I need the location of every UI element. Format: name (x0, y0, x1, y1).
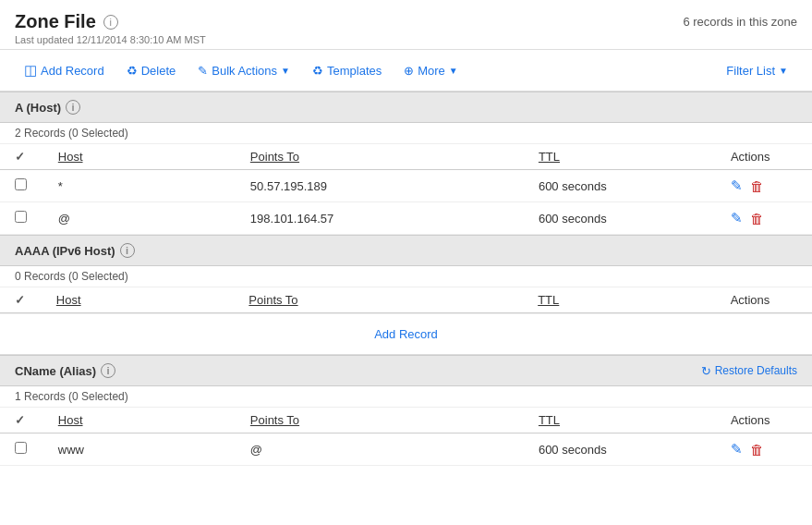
a-host-info-icon[interactable]: i (66, 100, 80, 115)
cname-row1-checkbox[interactable] (15, 442, 27, 454)
a-host-actions-header: Actions (716, 144, 812, 170)
table-row: www @ 600 seconds ✎ 🗑 (0, 433, 812, 466)
a-host-ttl-header[interactable]: TTL (524, 144, 716, 170)
cname-row1-checkbox-cell (0, 433, 43, 466)
a-host-row1-checkbox[interactable] (15, 178, 27, 190)
toolbar-left: ◫ Add Record ♻ Delete ✎ Bulk Actions ▼ ♻… (15, 57, 467, 83)
aaaa-record-count: 0 Records (0 Selected) (0, 266, 812, 287)
cname-host-header[interactable]: Host (43, 408, 236, 433)
a-host-section-header: A (Host) i (0, 92, 812, 123)
bulk-actions-button[interactable]: ✎ Bulk Actions ▼ (188, 59, 299, 82)
a-host-row2-edit-icon[interactable]: ✎ (731, 210, 743, 226)
a-host-title: A (Host) i (15, 100, 80, 115)
cname-row1-host: www (43, 433, 236, 466)
zone-file-info-icon[interactable]: i (103, 15, 118, 30)
cname-row1-actions: ✎ 🗑 (716, 433, 812, 466)
a-host-row2-points-to: 198.101.164.57 (236, 202, 524, 235)
more-icon: ⊕ (404, 64, 414, 78)
a-host-row2-delete-icon[interactable]: 🗑 (750, 211, 764, 226)
a-host-row1-points-to: 50.57.195.189 (236, 170, 524, 202)
aaaa-table-header: ✓ Host Points To TTL Actions (0, 287, 812, 313)
cname-actions-header: Actions (716, 408, 812, 433)
add-record-button[interactable]: ◫ Add Record (15, 57, 114, 83)
cname-section-header: CName (Alias) i ↻ Restore Defaults (0, 355, 812, 386)
more-chevron-icon: ▼ (449, 66, 458, 76)
a-host-row1-checkbox-cell (0, 170, 43, 202)
aaaa-section: AAAA (IPv6 Host) i 0 Records (0 Selected… (0, 235, 812, 355)
a-host-host-header[interactable]: Host (43, 144, 236, 170)
cname-row1-points-to: @ (236, 433, 524, 466)
aaaa-points-header[interactable]: Points To (234, 287, 523, 313)
a-host-table-header: ✓ Host Points To TTL Actions (0, 144, 812, 170)
cname-check-header: ✓ (0, 408, 43, 433)
cname-table: ✓ Host Points To TTL Actions www @ 600 s… (0, 408, 812, 466)
cname-info-icon[interactable]: i (101, 363, 115, 378)
aaaa-add-record-link[interactable]: Add Record (374, 327, 438, 341)
cname-title: CName (Alias) i (15, 363, 115, 378)
cname-ttl-header[interactable]: TTL (524, 408, 716, 433)
a-host-check-header: ✓ (0, 144, 43, 170)
aaaa-ttl-header[interactable]: TTL (523, 287, 716, 313)
a-host-row1-edit-icon[interactable]: ✎ (731, 177, 743, 194)
restore-icon: ↻ (701, 364, 711, 378)
a-host-row2-checkbox[interactable] (15, 211, 27, 223)
filter-chevron-icon: ▼ (779, 66, 788, 76)
a-host-row2-checkbox-cell (0, 202, 43, 235)
toolbar: ◫ Add Record ♻ Delete ✎ Bulk Actions ▼ ♻… (0, 50, 812, 92)
more-button[interactable]: ⊕ More ▼ (394, 59, 467, 82)
table-row: * 50.57.195.189 600 seconds ✎ 🗑 (0, 170, 812, 202)
page-title: Zone File (15, 11, 96, 32)
a-host-table: ✓ Host Points To TTL Actions * 50.57.195… (0, 144, 812, 235)
a-host-row2-ttl: 600 seconds (524, 202, 716, 235)
aaaa-table: ✓ Host Points To TTL Actions (0, 287, 812, 314)
bulk-actions-chevron-icon: ▼ (281, 66, 290, 76)
bulk-actions-icon: ✎ (198, 64, 208, 78)
templates-button[interactable]: ♻ Templates (303, 59, 391, 82)
aaaa-section-header: AAAA (IPv6 Host) i (0, 235, 812, 266)
a-host-row2-host: @ (43, 202, 236, 235)
add-record-icon: ◫ (24, 62, 37, 79)
a-host-record-count: 2 Records (0 Selected) (0, 123, 812, 144)
a-host-row1-host: * (43, 170, 236, 202)
cname-row1-edit-icon[interactable]: ✎ (731, 441, 743, 458)
templates-icon: ♻ (312, 64, 323, 78)
cname-row1-ttl: 600 seconds (524, 433, 716, 466)
cname-row1-delete-icon[interactable]: 🗑 (750, 442, 764, 458)
page-header: Zone File i 6 records in this zone Last … (0, 0, 812, 50)
a-host-points-header[interactable]: Points To (236, 144, 524, 170)
cname-section: CName (Alias) i ↻ Restore Defaults 1 Rec… (0, 355, 812, 466)
aaaa-add-record-row: Add Record (0, 314, 812, 355)
delete-icon: ♻ (127, 64, 138, 78)
cname-record-count: 1 Records (0 Selected) (0, 386, 812, 408)
delete-button[interactable]: ♻ Delete (117, 59, 186, 82)
cname-table-header: ✓ Host Points To TTL Actions (0, 408, 812, 433)
records-count: 6 records in this zone (683, 15, 797, 29)
aaaa-title: AAAA (IPv6 Host) i (15, 243, 135, 258)
aaaa-host-header[interactable]: Host (42, 287, 235, 313)
table-row: @ 198.101.164.57 600 seconds ✎ 🗑 (0, 202, 812, 235)
restore-defaults-button[interactable]: ↻ Restore Defaults (701, 364, 797, 378)
aaaa-check-header: ✓ (0, 287, 42, 313)
filter-list-button[interactable]: Filter List ▼ (717, 59, 797, 82)
a-host-row2-actions: ✎ 🗑 (716, 202, 812, 235)
cname-points-header[interactable]: Points To (236, 408, 524, 433)
aaaa-info-icon[interactable]: i (120, 243, 135, 258)
a-host-row1-delete-icon[interactable]: 🗑 (750, 178, 764, 194)
aaaa-actions-header: Actions (716, 287, 812, 313)
a-host-row1-actions: ✎ 🗑 (716, 170, 812, 202)
a-host-section: A (Host) i 2 Records (0 Selected) ✓ Host… (0, 92, 812, 235)
a-host-row1-ttl: 600 seconds (524, 170, 716, 202)
last-updated: Last updated 12/11/2014 8:30:10 AM MST (15, 34, 797, 45)
